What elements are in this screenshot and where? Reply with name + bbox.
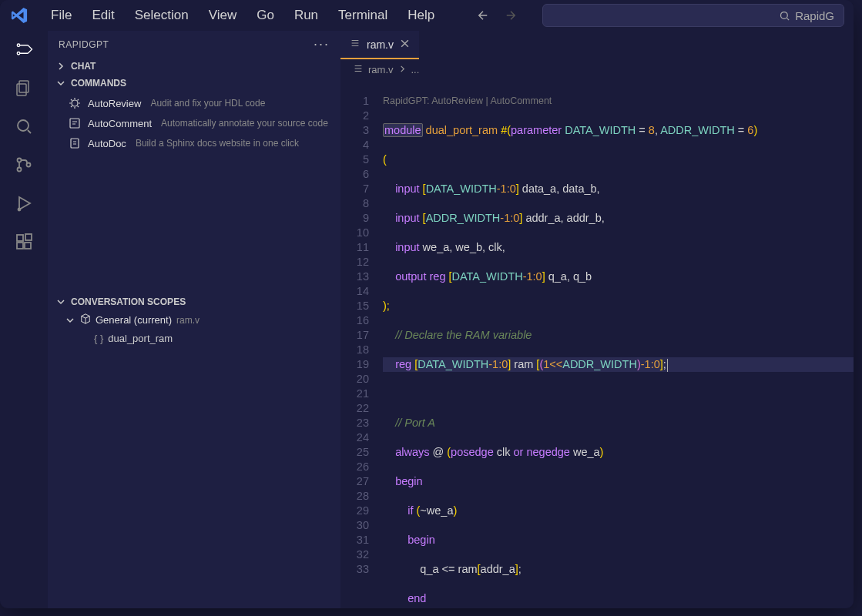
chat-section-header[interactable]: CHAT	[48, 58, 340, 75]
command-search-input[interactable]: RapidG	[542, 4, 844, 27]
tab-label: ram.v	[367, 38, 394, 51]
scope-general[interactable]: General (current) ram.v	[48, 310, 340, 330]
svg-rect-15	[70, 119, 79, 128]
autodoc-icon	[68, 136, 82, 150]
menu-file[interactable]: File	[42, 3, 81, 28]
line-number: 12	[340, 255, 369, 270]
svg-point-1	[17, 44, 20, 47]
scope-general-label: General (current)	[96, 314, 172, 326]
line-number: 22	[340, 401, 369, 416]
nav-arrows	[473, 5, 521, 25]
search-icon	[779, 10, 790, 22]
svg-rect-4	[17, 84, 26, 95]
commands-section-header[interactable]: COMMANDS	[48, 75, 340, 92]
menu-run[interactable]: Run	[285, 3, 327, 28]
command-desc: Build a Sphinx docs website in one click	[136, 138, 299, 149]
chevron-down-icon	[55, 78, 66, 89]
svg-rect-12	[25, 243, 31, 249]
chevron-down-icon	[65, 315, 75, 326]
svg-rect-16	[71, 139, 79, 148]
svg-point-8	[27, 163, 31, 167]
nav-back-button[interactable]	[473, 5, 493, 25]
svg-point-2	[17, 52, 20, 55]
panel-header: RAPIDGPT ···	[48, 31, 340, 58]
line-number: 23	[340, 416, 369, 430]
close-tab-button[interactable]	[400, 38, 410, 51]
codelens[interactable]: RapidGPT: AutoReview | AutoComment	[383, 94, 854, 109]
nav-forward-button[interactable]	[501, 5, 521, 25]
panel-more-button[interactable]: ···	[314, 36, 330, 52]
line-number: 2	[340, 109, 369, 123]
command-autoreview[interactable]: AutoReview Audit and fix your HDL code	[48, 93, 340, 113]
line-number: 14	[340, 284, 369, 299]
scope-module-label: dual_port_ram	[108, 333, 173, 344]
main-menu: File Edit Selection View Go Run Terminal…	[42, 3, 444, 28]
braces-icon: { }	[94, 333, 103, 344]
command-autodoc[interactable]: AutoDoc Build a Sphinx docs website in o…	[48, 133, 340, 153]
command-list: AutoReview Audit and fix your HDL code A…	[48, 92, 340, 155]
line-number: 25	[340, 445, 369, 460]
code-content[interactable]: RapidGPT: AutoReview | AutoComment modul…	[383, 79, 854, 608]
line-number: 29	[340, 504, 369, 518]
command-name: AutoComment	[88, 118, 152, 129]
line-number: 17	[340, 328, 369, 343]
breadcrumb-file: ram.v	[368, 64, 394, 75]
line-number: 3	[340, 123, 369, 138]
autocomment-icon	[68, 116, 82, 130]
line-number: 13	[340, 270, 369, 284]
line-number: 28	[340, 489, 369, 504]
line-number: 27	[340, 474, 369, 489]
svg-rect-13	[25, 234, 32, 240]
file-icon	[353, 63, 364, 76]
line-number: 33	[340, 562, 369, 577]
svg-point-14	[72, 100, 78, 106]
line-number: 4	[340, 138, 369, 152]
line-number: 10	[340, 226, 369, 240]
line-number: 7	[340, 182, 369, 196]
menu-selection[interactable]: Selection	[126, 3, 198, 28]
svg-point-0	[781, 12, 788, 18]
svg-rect-3	[19, 81, 29, 92]
svg-point-7	[18, 168, 22, 172]
code-editor[interactable]: 1234567891011121314151617181920212223242…	[340, 79, 854, 608]
chevron-right-icon	[398, 64, 407, 75]
run-debug-activity-icon[interactable]	[12, 191, 36, 216]
svg-point-6	[18, 159, 22, 162]
chevron-down-icon	[55, 296, 66, 307]
command-desc: Automatically annotate your source code	[161, 118, 328, 129]
line-number: 6	[340, 167, 369, 182]
search-activity-icon[interactable]	[12, 114, 36, 139]
line-number: 16	[340, 313, 369, 328]
extensions-activity-icon[interactable]	[12, 229, 36, 254]
command-name: AutoReview	[88, 98, 141, 109]
editor-area: ram.v ram.v ... 123456789101112131415161…	[340, 31, 854, 608]
line-number: 11	[340, 240, 369, 255]
command-autocomment[interactable]: AutoComment Automatically annotate your …	[48, 113, 340, 133]
menu-terminal[interactable]: Terminal	[329, 3, 397, 28]
panel-title: RAPIDGPT	[59, 39, 109, 50]
line-number: 21	[340, 387, 369, 401]
scope-module[interactable]: { } dual_port_ram	[48, 330, 340, 347]
menu-edit[interactable]: Edit	[82, 3, 123, 28]
line-number: 8	[340, 196, 369, 211]
vscode-logo-icon	[9, 5, 29, 25]
chat-section-label: CHAT	[71, 61, 96, 72]
line-number: 1	[340, 94, 369, 109]
titlebar: File Edit Selection View Go Run Terminal…	[0, 0, 854, 31]
menu-help[interactable]: Help	[398, 3, 444, 28]
tab-ram-v[interactable]: ram.v	[340, 31, 419, 59]
line-number: 19	[340, 357, 369, 372]
breadcrumb-more: ...	[411, 64, 420, 75]
side-panel: RAPIDGPT ··· CHAT COMMANDS	[48, 31, 340, 608]
svg-rect-10	[17, 235, 23, 241]
menu-view[interactable]: View	[200, 3, 247, 28]
source-control-activity-icon[interactable]	[12, 152, 36, 177]
explorer-activity-icon[interactable]	[12, 75, 36, 100]
rapidgpt-activity-icon[interactable]	[12, 37, 36, 62]
breadcrumb[interactable]: ram.v ...	[340, 59, 854, 79]
svg-point-9	[18, 209, 21, 211]
menu-go[interactable]: Go	[247, 3, 283, 28]
line-number: 24	[340, 430, 369, 445]
scopes-section-header[interactable]: CONVERSATION SCOPES	[48, 293, 340, 310]
line-number-gutter: 1234567891011121314151617181920212223242…	[340, 79, 383, 608]
